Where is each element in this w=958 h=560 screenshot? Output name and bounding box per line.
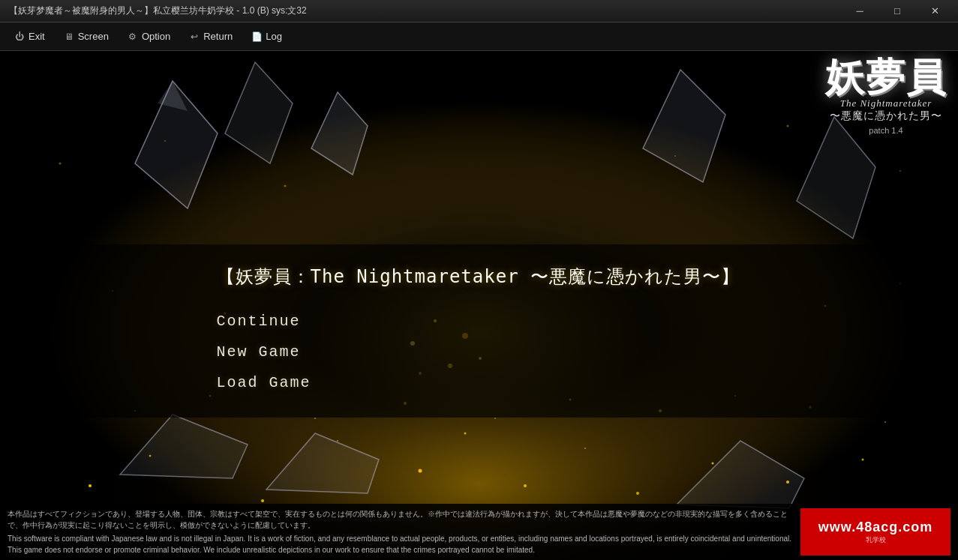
title-bar: 【妖芽梦魔者～被魔附身的男人～】私立樱兰坊牛奶学校 - 1.0 (B) sys:… xyxy=(0,0,958,22)
return-icon: ↩ xyxy=(188,31,200,43)
disclaimer-text: 本作品はすべてフィクションであり、登場する人物、団体、宗教はすべて架空で、実在す… xyxy=(8,508,800,556)
option-icon: ⚙ xyxy=(127,31,139,43)
watermark-url: www.48acg.com xyxy=(818,520,932,535)
watermark-block: www.48acg.com 乳学校 xyxy=(800,508,950,556)
menu-screen[interactable]: 🖥 Screen xyxy=(56,28,116,46)
logo-patch-text: patch 1.4 xyxy=(825,126,947,135)
disclaimer-bar: 本作品はすべてフィクションであり、登場する人物、団体、宗教はすべて架空で、実在す… xyxy=(0,504,958,560)
menu-return[interactable]: ↩ Return xyxy=(181,28,240,46)
menu-exit[interactable]: ⏻ Exit xyxy=(6,28,53,46)
new-game-button[interactable]: New Game xyxy=(217,340,742,364)
log-icon: 📄 xyxy=(251,31,263,43)
close-button[interactable]: ✕ xyxy=(917,1,952,22)
logo-main-text: 妖夢員 xyxy=(825,58,947,97)
logo-sub-text: The Nightmaretaker xyxy=(825,97,947,109)
logo-jp-text: 〜悪魔に憑かれた男〜 xyxy=(825,109,947,123)
watermark-subtitle: 乳学校 xyxy=(866,535,886,545)
menu-return-label: Return xyxy=(203,31,233,42)
game-logo: 妖夢員 The Nightmaretaker 〜悪魔に憑かれた男〜 patch … xyxy=(825,58,947,135)
maximize-button[interactable]: □ xyxy=(880,1,914,22)
window-title: 【妖芽梦魔者～被魔附身的男人～】私立樱兰坊牛奶学校 - 1.0 (B) sys:… xyxy=(6,4,842,17)
exit-icon: ⏻ xyxy=(14,31,26,43)
menu-option[interactable]: ⚙ Option xyxy=(119,28,178,46)
menu-exit-label: Exit xyxy=(29,31,45,42)
menu-screen-label: Screen xyxy=(78,31,109,42)
window-controls: ─ □ ✕ xyxy=(842,1,952,22)
game-area: 【妖夢員：The Nightmaretaker 〜悪魔に憑かれた男〜】 Cont… xyxy=(0,51,958,560)
screen-icon: 🖥 xyxy=(63,31,75,43)
game-menu: 【妖夢員：The Nightmaretaker 〜悪魔に憑かれた男〜】 Cont… xyxy=(217,265,742,402)
continue-button[interactable]: Continue xyxy=(217,310,742,333)
menu-bar: ⏻ Exit 🖥 Screen ⚙ Option ↩ Return 📄 Log xyxy=(0,22,958,51)
game-title: 【妖夢員：The Nightmaretaker 〜悪魔に憑かれた男〜】 xyxy=(217,265,742,289)
menu-log[interactable]: 📄 Log xyxy=(243,28,290,46)
disclaimer-jp: 本作品はすべてフィクションであり、登場する人物、団体、宗教はすべて架空で、実在す… xyxy=(8,508,800,531)
minimize-button[interactable]: ─ xyxy=(842,1,877,22)
menu-option-label: Option xyxy=(142,31,170,42)
menu-log-label: Log xyxy=(266,31,282,42)
disclaimer-en: This software is compliant with Japanese… xyxy=(8,533,800,556)
load-game-button[interactable]: Load Game xyxy=(217,371,742,394)
